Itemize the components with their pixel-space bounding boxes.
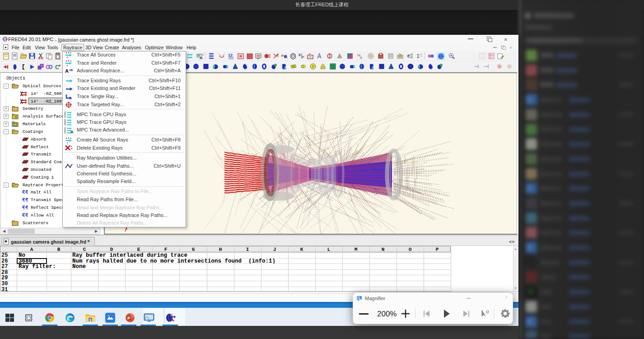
svg-text:E: E	[407, 54, 410, 58]
svg-text:12: 12	[228, 53, 233, 57]
svg-text:C: C	[55, 64, 59, 71]
svg-text:P: P	[302, 56, 304, 59]
svg-text:A: A	[70, 130, 74, 134]
svg-text:F: F	[281, 54, 284, 58]
svg-text:P: P	[312, 65, 314, 68]
svg-text:Σ: Σ	[417, 53, 420, 59]
svg-text:S: S	[299, 53, 301, 56]
svg-text:P: P	[127, 316, 130, 320]
svg-text:P: P	[277, 53, 279, 56]
svg-text:d: d	[360, 56, 362, 60]
svg-text:P: P	[309, 53, 311, 56]
svg-text:A: A	[200, 56, 203, 60]
svg-text:A: A	[65, 68, 69, 74]
